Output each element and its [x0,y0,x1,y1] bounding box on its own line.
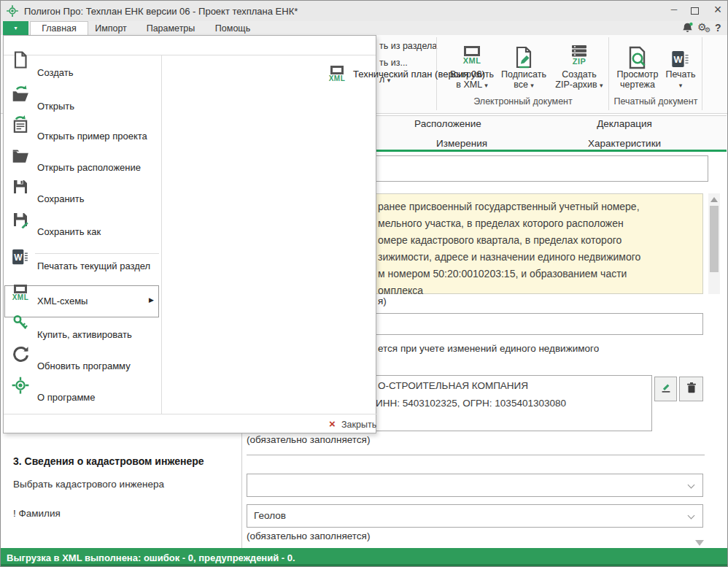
note-line: зижимости, адресе и назначении единого н… [378,251,640,263]
ribbon-group-label-printed: Печатный документ [609,96,702,107]
close-button[interactable]: × [710,2,726,18]
surname-label: ! Фамилия [13,508,61,519]
note-line: м номером 50:20:0010203:15, и образовани… [378,268,627,279]
panel-divider [241,433,242,548]
hint-text: ется при учете изменений единого недвижи… [378,343,599,354]
app-window: Полигон Про: Техплан ЕНК версии 06 - Про… [0,0,728,567]
word-document-icon: W [11,247,30,266]
submenu-item-technical-plan[interactable]: XML Технический план (версия 06) [162,55,377,99]
trash-icon [685,381,698,397]
zip-archive-icon: ZIP [570,42,589,69]
xml-icon: XML [328,64,346,83]
status-bar-shade [1,564,728,567]
scroll-down-icon[interactable] [695,540,704,546]
save-floppy-icon [11,177,30,196]
about-target-icon [11,376,30,395]
scroll-up-icon[interactable] [710,197,718,202]
app-logo-icon [6,4,19,20]
file-menu-header [4,36,376,55]
window-title: Полигон Про: Техплан ЕНК версии 06 - Про… [24,6,298,17]
edit-pencil-icon [659,381,673,397]
note-line: омере кадастрового квартала, в пределах … [378,234,621,246]
submenu-arrow-icon: ▶ [149,296,154,304]
tab-raspolozhenie[interactable]: Расположение [406,118,490,129]
section-heading: 3. Сведения о кадастровом инженере [13,455,204,467]
chevron-down-icon: ▾ [14,25,17,31]
file-menu-column-divider [161,55,162,414]
new-document-icon [11,50,30,69]
dropdown-caret-icon: ▾ [679,82,683,89]
tab-deklaraciya[interactable]: Декларация [593,118,656,129]
app-menu-button[interactable]: ▾ [3,21,28,35]
status-message: Выгрузка в XML выполнена: ошибок - 0, пр… [7,552,295,563]
dropdown-caret-icon: ▾ [600,82,603,89]
maximize-button[interactable] [691,7,699,15]
chevron-down-icon [688,512,695,520]
tab-izmereniya[interactable]: Измерения [435,138,489,149]
save-as-icon [11,210,30,229]
dropdown-caret-icon: ▾ [530,82,534,89]
company-inn-ogrn: ИНН: 5403102325, ОГРН: 1035401303080 [376,398,566,409]
svg-text:W: W [14,252,23,263]
dropdown-caret-icon: ▾ [484,82,488,89]
tab-harakteristiki[interactable]: Характеристики [588,138,652,149]
delete-company-button[interactable] [679,377,703,401]
folder-icon [11,146,30,165]
edit-company-button[interactable] [654,377,677,401]
menu-item-create[interactable]: Создать [4,58,160,88]
title-bar: Полигон Про: Техплан ЕНК версии 06 - Про… [1,1,728,21]
clipped-ribbon-button-2[interactable]: ть из... [379,58,408,68]
menu-separator [4,414,377,414]
chevron-down-icon [688,482,695,489]
scrollbar-thumb[interactable] [710,206,719,272]
menu-item-save[interactable]: Сохранить [4,185,160,214]
clipped-ribbon-button-1[interactable]: ть из раздела [379,41,437,51]
xml-icon: XML [11,283,30,302]
minimize-button[interactable]: ─ [666,4,682,15]
word-document-icon: W [670,42,691,69]
required-label-bottom: (обязательно заполняется) [247,531,370,541]
select-engineer-label[interactable]: Выбрать кадастрового инженера [13,479,164,490]
settings-gear-small-icon[interactable]: ⚙ [705,26,710,34]
surname-value: Геолов [254,510,286,521]
menu-item-xml-schemas[interactable]: XML XML-схемы [4,287,160,316]
menu-item-save-as[interactable]: Сохранить как [4,217,160,247]
engineer-combobox[interactable] [247,474,703,497]
required-label-top: (обязательно заполняется) [247,434,370,445]
divider [247,455,705,455]
tab-import[interactable]: Импорт [90,21,132,35]
note-line: омплекса [378,285,423,296]
tab-pomosch[interactable]: Помощь [210,21,255,35]
xml-icon: XML [463,42,481,69]
tab-glavnaya[interactable]: Главная [30,21,88,35]
ribbon-group-label-electronic: Электронный документ [438,96,608,107]
menu-item-about[interactable]: О программе [4,383,160,412]
svg-text:W: W [673,54,683,65]
key-icon [11,313,30,332]
open-folder-icon [11,85,30,104]
note-line: ранее присвоенный государственный учетны… [378,201,640,212]
open-sample-icon [11,115,30,134]
help-question-icon[interactable]: ? [715,22,721,34]
clipped-required-label: я) [378,296,387,306]
refresh-icon [11,344,30,363]
preview-magnifier-icon [627,42,648,69]
tab-parametry[interactable]: Параметры [144,21,197,35]
menu-item-print-section[interactable]: W Печатать текущий раздел [4,252,160,281]
surname-combobox[interactable]: Геолов [247,504,703,528]
sign-document-icon [513,42,535,69]
company-name: О-СТРОИТЕЛЬНАЯ КОМПАНИЯ [378,380,528,391]
note-line: мельного участка, в пределах которого ра… [378,217,624,229]
status-bar: Выгрузка в XML выполнена: ошибок - 0, пр… [1,548,728,567]
close-menu-x-icon[interactable]: × [329,418,336,430]
file-menu: Создать Открыть Открыть пример проекта О… [3,35,376,433]
close-menu-label[interactable]: Закрыть [341,420,376,430]
